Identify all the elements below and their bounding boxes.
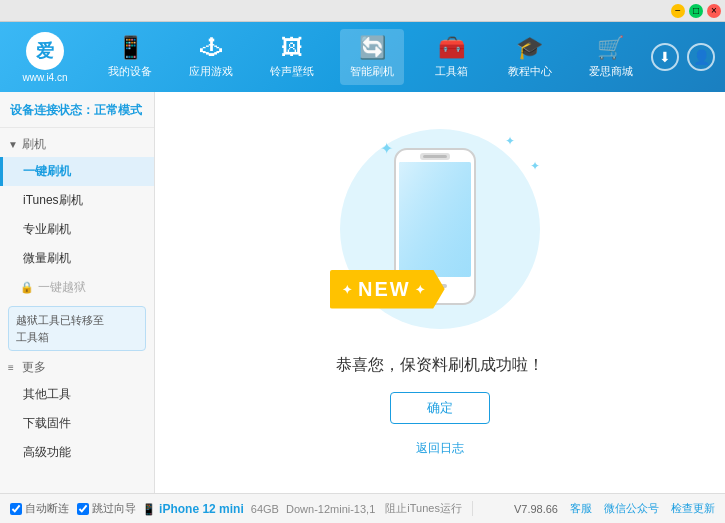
- bottom-right-section: V7.98.66 客服 微信公众号 检查更新: [514, 501, 715, 516]
- tutorial-icon: 🎓: [516, 35, 543, 61]
- sidebar-item-jailbreak: 🔒 一键越狱: [0, 273, 154, 302]
- nav-apps-games[interactable]: 🕹 应用游戏: [179, 29, 243, 85]
- header: 爱 www.i4.cn 📱 我的设备 🕹 应用游戏 🖼 铃声壁纸 🔄 智能刷机 …: [0, 22, 725, 92]
- nav-shopping[interactable]: 🛒 爱思商城: [579, 29, 643, 85]
- auto-close-checkbox[interactable]: 自动断连: [10, 501, 69, 516]
- device-firmware: Down-12mini-13,1: [286, 503, 375, 515]
- nav-bar: 📱 我的设备 🕹 应用游戏 🖼 铃声壁纸 🔄 智能刷机 🧰 工具箱 🎓 教程中心…: [90, 29, 651, 85]
- more-arrow-icon: ≡: [8, 362, 14, 373]
- sidebar-section-more[interactable]: ≡ 更多: [0, 355, 154, 380]
- sidebar-item-other-tools[interactable]: 其他工具: [0, 380, 154, 409]
- close-button[interactable]: ×: [707, 4, 721, 18]
- confirm-button[interactable]: 确定: [390, 392, 490, 424]
- sidebar-item-advanced[interactable]: 高级功能: [0, 438, 154, 467]
- device-icon: 📱: [142, 503, 156, 515]
- flash-section-label: 刷机: [22, 136, 46, 153]
- bottom-left-section: 自动断连 跳过向导: [10, 501, 136, 516]
- support-link[interactable]: 客服: [570, 501, 592, 516]
- status-value: 正常模式: [94, 103, 142, 117]
- svg-rect-5: [423, 155, 447, 158]
- logo[interactable]: 爱 www.i4.cn: [10, 32, 80, 83]
- minimize-button[interactable]: −: [671, 4, 685, 18]
- sidebar-section-flash[interactable]: ▼ 刷机: [0, 132, 154, 157]
- nav-my-device[interactable]: 📱 我的设备: [98, 29, 162, 85]
- logo-url: www.i4.cn: [22, 72, 67, 83]
- main-area: 设备连接状态：正常模式 ▼ 刷机 一键刷机 iTunes刷机 专业刷机 微量刷机…: [0, 92, 725, 493]
- device-info: 📱 iPhone 12 mini 64GB Down-12mini-13,1: [142, 502, 375, 516]
- new-badge: NEW: [330, 270, 445, 309]
- nav-ringtones[interactable]: 🖼 铃声壁纸: [260, 29, 324, 85]
- sidebar-item-micro-flash[interactable]: 微量刷机: [0, 244, 154, 273]
- ringtones-icon: 🖼: [281, 35, 303, 61]
- title-bar: − □ ×: [0, 0, 725, 22]
- apps-label: 应用游戏: [189, 64, 233, 79]
- sparkle-3: ✦: [530, 159, 540, 173]
- content-area: ✦ ✦ ✦: [155, 92, 725, 493]
- auto-close-input[interactable]: [10, 503, 22, 515]
- check-update-link[interactable]: 检查更新: [671, 501, 715, 516]
- use-wizard-checkbox[interactable]: 跳过向导: [77, 501, 136, 516]
- logo-icon: 爱: [26, 32, 64, 70]
- wechat-link[interactable]: 微信公众号: [604, 501, 659, 516]
- nav-toolbox[interactable]: 🧰 工具箱: [421, 29, 481, 85]
- sidebar-item-download-firmware[interactable]: 下载固件: [0, 409, 154, 438]
- nav-tutorial[interactable]: 🎓 教程中心: [498, 29, 562, 85]
- bottom-bar: 自动断连 跳过向导 📱 iPhone 12 mini 64GB Down-12m…: [0, 493, 725, 523]
- more-section-label: 更多: [22, 359, 46, 376]
- status-label: 设备连接状态：: [10, 103, 94, 117]
- lock-icon: 🔒: [20, 281, 34, 294]
- sidebar-item-one-key-flash[interactable]: 一键刷机: [0, 157, 154, 186]
- my-device-label: 我的设备: [108, 64, 152, 79]
- device-name: iPhone 12 mini: [159, 502, 244, 516]
- user-button[interactable]: 👤: [687, 43, 715, 71]
- sidebar-item-itunes-flash[interactable]: iTunes刷机: [0, 186, 154, 215]
- flash-arrow-icon: ▼: [8, 139, 18, 150]
- shopping-label: 爱思商城: [589, 64, 633, 79]
- sidebar: 设备连接状态：正常模式 ▼ 刷机 一键刷机 iTunes刷机 专业刷机 微量刷机…: [0, 92, 155, 493]
- sparkle-2: ✦: [505, 134, 515, 148]
- download-button[interactable]: ⬇: [651, 43, 679, 71]
- itunes-note[interactable]: 阻止iTunes运行: [375, 501, 473, 516]
- header-right: ⬇ 👤: [651, 43, 715, 71]
- my-device-icon: 📱: [117, 35, 144, 61]
- nav-smart-flash[interactable]: 🔄 智能刷机: [340, 29, 404, 85]
- device-storage: 64GB: [251, 503, 279, 515]
- jailbreak-info-box: 越狱工具已转移至 工具箱: [8, 306, 146, 351]
- toolbox-label: 工具箱: [435, 64, 468, 79]
- use-wizard-input[interactable]: [77, 503, 89, 515]
- back-to-log-link[interactable]: 返回日志: [416, 440, 464, 457]
- tutorial-label: 教程中心: [508, 64, 552, 79]
- sidebar-item-pro-flash[interactable]: 专业刷机: [0, 215, 154, 244]
- ringtones-label: 铃声壁纸: [270, 64, 314, 79]
- svg-rect-2: [399, 162, 471, 277]
- apps-icon: 🕹: [200, 35, 222, 61]
- maximize-button[interactable]: □: [689, 4, 703, 18]
- smart-flash-icon: 🔄: [359, 35, 386, 61]
- shopping-icon: 🛒: [597, 35, 624, 61]
- toolbox-icon: 🧰: [438, 35, 465, 61]
- smart-flash-label: 智能刷机: [350, 64, 394, 79]
- version-label: V7.98.66: [514, 503, 558, 515]
- success-illustration: ✦ ✦ ✦: [320, 129, 560, 339]
- connection-status: 设备连接状态：正常模式: [0, 98, 154, 128]
- success-text: 恭喜您，保资料刷机成功啦！: [336, 355, 544, 376]
